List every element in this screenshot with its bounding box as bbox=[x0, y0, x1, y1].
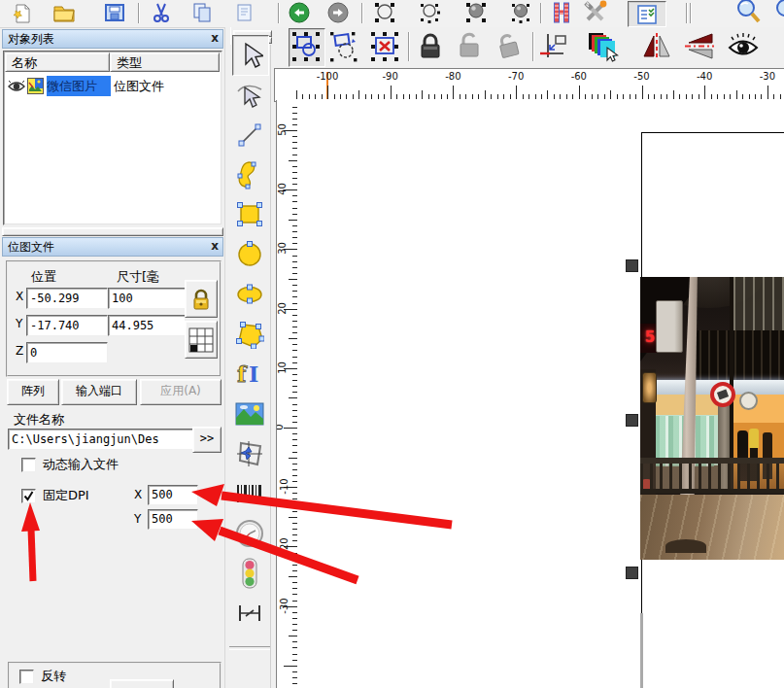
traffic-light-tool-button[interactable] bbox=[232, 554, 267, 593]
invert-label: 反转 bbox=[41, 668, 66, 685]
preview-eye-button[interactable] bbox=[726, 28, 761, 65]
v-ruler-label: -20 bbox=[279, 538, 290, 554]
node-solid-dots-icon bbox=[508, 0, 533, 25]
save-button[interactable] bbox=[97, 0, 132, 31]
z-axis-label: Z bbox=[16, 344, 23, 358]
circle-tool-button[interactable] bbox=[232, 235, 267, 274]
fixed-dpi-checkbox[interactable] bbox=[21, 489, 36, 503]
h-ruler-label: -90 bbox=[383, 71, 398, 82]
redo-icon bbox=[326, 1, 350, 24]
object-list-titlebar[interactable]: 对象列表 x bbox=[2, 29, 223, 49]
node-edit-tool-icon bbox=[236, 82, 263, 109]
skew-mode-button[interactable] bbox=[367, 28, 402, 65]
layer-order-button[interactable] bbox=[585, 28, 620, 65]
lock-ratio-button[interactable] bbox=[185, 280, 218, 318]
move-origin-button[interactable] bbox=[537, 28, 572, 65]
bitmap-panel-titlebar[interactable]: 位图文件 x bbox=[2, 237, 223, 257]
fixed-dpi-label: 固定DPI bbox=[43, 487, 89, 504]
position-header: 位置 bbox=[31, 268, 56, 286]
cut-button[interactable] bbox=[144, 0, 179, 31]
object-list[interactable]: 名称 类型 微信图片 位图文件 bbox=[3, 51, 222, 225]
bitmap-image-object[interactable]: 5 bbox=[640, 277, 784, 560]
photo-round-sign-1 bbox=[710, 382, 735, 407]
browse-button[interactable]: >> bbox=[192, 427, 222, 453]
h-ruler: -100-90-80-70-60-50-40-30 bbox=[288, 68, 784, 102]
mirror-vertical-button[interactable] bbox=[682, 28, 717, 65]
zoom-partial-button[interactable] bbox=[769, 0, 784, 30]
cut-icon bbox=[150, 1, 173, 24]
v-ruler: 50403020100-10-20-30 bbox=[276, 100, 299, 688]
panel-splitter[interactable] bbox=[2, 227, 223, 236]
rectangle-tool-button[interactable] bbox=[232, 195, 267, 234]
zoom-button[interactable] bbox=[731, 0, 766, 30]
column-header-name[interactable]: 名称 bbox=[5, 52, 110, 72]
y-size-field[interactable]: 44.955 bbox=[108, 315, 186, 336]
node-edit-tool-button[interactable] bbox=[232, 76, 267, 115]
object-list-toggle-button[interactable] bbox=[628, 1, 666, 27]
ellipse-tool-icon bbox=[235, 284, 264, 305]
application-window: 对象列表 x 名称 类型 微信图片 位图文件 位图文件 x 位置 尺寸[毫 X … bbox=[0, 0, 784, 688]
visibility-eye-icon[interactable] bbox=[8, 80, 25, 93]
freehand-tool-button[interactable] bbox=[232, 155, 267, 194]
apply-button[interactable]: 应用(A) bbox=[140, 379, 222, 405]
y-position-field[interactable]: -17.740 bbox=[26, 315, 108, 336]
mirror-horizontal-button[interactable] bbox=[639, 28, 674, 65]
line-tool-button[interactable] bbox=[232, 116, 267, 155]
unlock-button[interactable] bbox=[452, 28, 487, 65]
page-border-left-lower bbox=[640, 613, 643, 688]
object-row[interactable]: 微信图片 位图文件 bbox=[5, 75, 220, 98]
open-folder-button[interactable] bbox=[47, 0, 82, 31]
array-button[interactable]: 阵列 bbox=[7, 379, 59, 405]
v-ruler-label: 30 bbox=[277, 243, 288, 256]
h-ruler-label: -40 bbox=[697, 71, 712, 82]
polygon-tool-icon bbox=[235, 320, 264, 349]
toolbar-separator bbox=[408, 32, 409, 61]
text-tool-icon: fI bbox=[236, 361, 263, 388]
selection-handle-top-left[interactable] bbox=[626, 259, 638, 272]
polygon-tool-button[interactable] bbox=[232, 315, 267, 354]
column-header-type[interactable]: 类型 bbox=[110, 52, 220, 72]
zoom-partial-icon bbox=[772, 0, 784, 26]
anchor-point-button[interactable] bbox=[185, 321, 218, 359]
selection-handle-mid-left[interactable] bbox=[626, 414, 638, 427]
select-tool-button[interactable] bbox=[232, 35, 269, 76]
canvas[interactable]: 5 bbox=[298, 100, 784, 688]
toolbar-separator bbox=[278, 3, 279, 23]
lock-button[interactable] bbox=[413, 28, 448, 65]
filename-field[interactable]: C:\Users\jiangjun\Des bbox=[8, 429, 196, 450]
filename-label: 文件名称 bbox=[14, 411, 64, 429]
new-document-button[interactable] bbox=[4, 0, 39, 31]
v-ruler-label: 50 bbox=[277, 123, 288, 136]
object-list-close-icon[interactable]: x bbox=[211, 31, 219, 45]
ellipse-tool-button[interactable] bbox=[232, 275, 267, 314]
clock-tool-button[interactable] bbox=[232, 514, 267, 553]
dpi-y-field[interactable]: 500 bbox=[148, 509, 198, 530]
selection-handle-bottom-left[interactable] bbox=[626, 567, 638, 579]
barcode-tool-button[interactable] bbox=[232, 474, 267, 513]
dpi-x-field[interactable]: 500 bbox=[148, 485, 198, 505]
copy-button[interactable] bbox=[185, 0, 220, 31]
unlock-all-button[interactable] bbox=[491, 28, 526, 65]
settings-tools-icon bbox=[584, 0, 609, 25]
bitmap-panel-close-icon[interactable]: x bbox=[211, 239, 219, 253]
text-tool-button[interactable]: fI bbox=[232, 355, 267, 394]
object-name-selected[interactable]: 微信图片 bbox=[47, 76, 111, 96]
new-document-icon bbox=[10, 1, 33, 24]
transform-tool-button[interactable] bbox=[232, 434, 267, 473]
h-ruler-label: -100 bbox=[317, 71, 339, 82]
rotate-mode-button[interactable] bbox=[326, 28, 361, 65]
main-toolbar bbox=[0, 0, 784, 28]
invert-checkbox[interactable] bbox=[19, 670, 34, 684]
input-port-button[interactable]: 输入端口 bbox=[61, 379, 137, 405]
x-position-field[interactable]: -50.299 bbox=[26, 288, 108, 309]
image-tool-button[interactable] bbox=[232, 395, 267, 433]
position-size-group: 位置 尺寸[毫 X -50.299 100 Y -17.740 44.955 Z… bbox=[6, 260, 222, 377]
dynamic-input-checkbox[interactable] bbox=[21, 458, 36, 472]
photo-round-sign-2 bbox=[739, 392, 758, 410]
z-position-field[interactable]: 0 bbox=[26, 342, 108, 363]
dimension-tool-button[interactable] bbox=[232, 594, 267, 633]
invert-partial-button[interactable] bbox=[110, 679, 174, 688]
photo-electric-box bbox=[656, 300, 683, 353]
x-size-field[interactable]: 100 bbox=[108, 288, 186, 309]
select-mode-button[interactable] bbox=[289, 28, 325, 67]
